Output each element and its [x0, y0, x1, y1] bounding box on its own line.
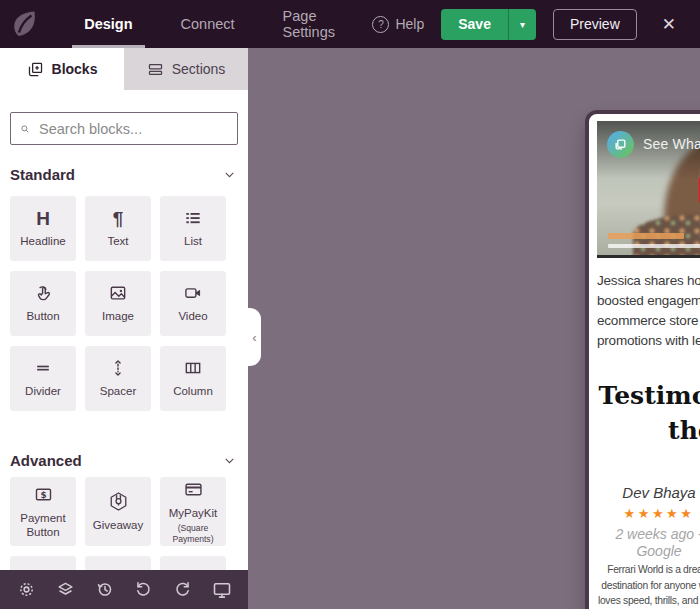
block-column[interactable]: Column — [160, 346, 226, 411]
video-caption-line — [608, 233, 684, 239]
section-advanced-label: Advanced — [10, 452, 82, 469]
sidebar-tabs: Blocks Sections — [0, 48, 248, 90]
gear-icon — [17, 580, 36, 599]
save-label: Save — [458, 16, 491, 32]
save-button-group: Save ▾ — [441, 9, 536, 40]
device-preview-button[interactable] — [211, 579, 233, 601]
tab-design-label: Design — [84, 16, 132, 32]
block-divider[interactable]: Divider — [10, 346, 76, 411]
settings-button[interactable] — [15, 579, 37, 601]
advanced-blocks-grid: $ Payment Button Giveaway MyPayKit (Squa… — [10, 477, 238, 570]
layers-button[interactable] — [54, 579, 76, 601]
preview-label: Preview — [570, 16, 620, 32]
block-label: Divider — [23, 384, 63, 398]
page-preview-panel: See What our Clients ... ⋮ Jessica share… — [585, 110, 700, 609]
app-logo — [0, 0, 48, 48]
caret-down-icon: ▾ — [520, 19, 525, 30]
video-bottom-edge — [597, 255, 700, 258]
block-payment-button[interactable]: $ Payment Button — [10, 477, 76, 546]
block-label: Headline — [18, 234, 67, 248]
button-icon — [33, 283, 53, 303]
channel-logo-icon — [614, 138, 627, 151]
video-block[interactable]: See What our Clients ... ⋮ — [597, 121, 700, 258]
tab-page-settings-label: Page Settings — [283, 8, 349, 40]
redo-button[interactable] — [172, 579, 194, 601]
block-label: Spacer — [98, 384, 138, 398]
chevron-down-icon — [223, 454, 236, 467]
undo-button[interactable] — [133, 579, 155, 601]
main-nav: Design Connect Page Settings — [60, 0, 372, 48]
help-button[interactable]: ? Help — [372, 16, 424, 33]
search-input[interactable] — [37, 120, 228, 138]
block-card-partial[interactable] — [160, 556, 226, 570]
block-card-partial[interactable] — [85, 556, 151, 570]
tab-blocks[interactable]: Blocks — [0, 48, 124, 90]
block-image[interactable]: Image — [85, 271, 151, 336]
search-icon — [20, 121, 30, 137]
testimonial-date: 2 weeks ago - Google — [597, 526, 700, 559]
page-content: See What our Clients ... ⋮ Jessica share… — [589, 114, 700, 609]
sidebar-collapse-handle[interactable]: ‹ — [248, 308, 261, 366]
testimonial-column[interactable]: Dev Bhaya ★★★★★ 2 weeks ago - Google Fer… — [597, 484, 700, 609]
tab-connect[interactable]: Connect — [157, 0, 259, 48]
spacer-icon — [108, 358, 128, 378]
sections-icon — [147, 61, 164, 78]
list-icon — [183, 208, 203, 228]
tab-connect-label: Connect — [181, 16, 235, 32]
svg-text:$: $ — [40, 489, 46, 499]
editor-canvas: See What our Clients ... ⋮ Jessica share… — [248, 48, 700, 609]
block-headline[interactable]: H Headline — [10, 196, 76, 261]
search-box — [10, 112, 238, 145]
save-button[interactable]: Save — [441, 9, 508, 40]
help-icon: ? — [372, 16, 389, 33]
block-card-partial[interactable] — [10, 556, 76, 570]
block-label: List — [182, 234, 204, 248]
headline-icon: H — [36, 209, 50, 228]
image-icon — [108, 283, 128, 303]
block-text[interactable]: ¶ Text — [85, 196, 151, 261]
block-list[interactable]: List — [160, 196, 226, 261]
block-label: Payment Button — [10, 511, 76, 540]
text-icon: ¶ — [113, 209, 124, 228]
save-dropdown-button[interactable]: ▾ — [508, 9, 536, 40]
headline-block[interactable]: Testimonials from the Web — [597, 378, 700, 448]
top-header: Design Connect Page Settings ? Help Save… — [0, 0, 700, 48]
block-video[interactable]: Video — [160, 271, 226, 336]
block-mypaykit[interactable]: MyPayKit (Square Payments) — [160, 477, 226, 546]
tab-design[interactable]: Design — [60, 0, 156, 48]
preview-button[interactable]: Preview — [553, 9, 637, 40]
redo-icon — [173, 580, 192, 599]
layers-icon — [56, 580, 75, 599]
tab-page-settings[interactable]: Page Settings — [259, 0, 373, 48]
section-header-advanced[interactable]: Advanced — [10, 451, 236, 469]
blocks-panel: Standard H Headline ¶ Text List — [0, 90, 248, 570]
block-spacer[interactable]: Spacer — [85, 346, 151, 411]
video-icon — [183, 283, 203, 303]
section-header-standard[interactable]: Standard — [10, 165, 236, 183]
tab-blocks-label: Blocks — [52, 61, 98, 77]
undo-icon — [134, 580, 153, 599]
revision-history-button[interactable] — [93, 579, 115, 601]
section-standard-label: Standard — [10, 166, 75, 183]
column-icon — [183, 358, 203, 378]
block-giveaway[interactable]: Giveaway — [85, 477, 151, 546]
block-label: Video — [176, 309, 209, 323]
block-label: MyPayKit — [167, 506, 220, 520]
testimonials-block: Dev Bhaya ★★★★★ 2 weeks ago - Google Fer… — [597, 484, 700, 609]
block-label: Button — [24, 309, 61, 323]
tab-sections[interactable]: Sections — [124, 48, 248, 90]
chevron-left-icon: ‹ — [252, 330, 256, 345]
close-button[interactable]: ✕ — [654, 14, 684, 35]
giveaway-icon — [108, 491, 129, 512]
star-rating: ★★★★★ — [597, 507, 700, 521]
builder-toolbar — [0, 570, 248, 609]
blocks-icon — [27, 61, 44, 78]
block-sublabel: (Square Payments) — [160, 523, 226, 544]
leaf-logo-icon — [11, 9, 38, 39]
chevron-down-icon — [223, 168, 236, 181]
block-label: Giveaway — [91, 518, 146, 532]
payment-icon: $ — [33, 484, 54, 505]
text-block[interactable]: Jessica shares how switching platforms b… — [597, 271, 700, 351]
block-button[interactable]: Button — [10, 271, 76, 336]
monitor-icon — [212, 580, 232, 600]
